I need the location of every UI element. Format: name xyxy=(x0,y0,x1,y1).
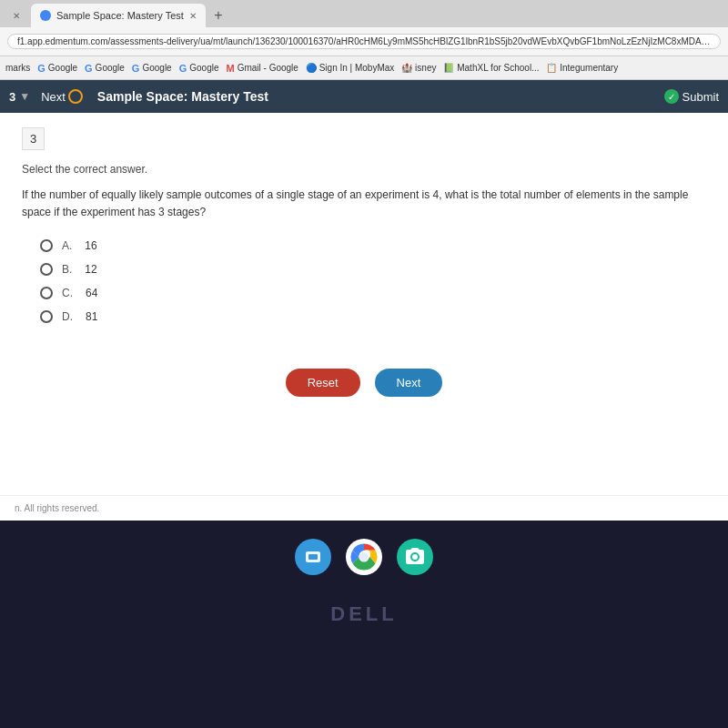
option-a-value: 16 xyxy=(85,239,96,252)
option-d[interactable]: D. 81 xyxy=(40,310,706,323)
option-d-value: 81 xyxy=(86,310,97,323)
address-bar: f1.app.edmentum.com/assessments-delivery… xyxy=(0,27,728,56)
chrome-icon[interactable] xyxy=(346,539,382,575)
button-area: Reset Next xyxy=(22,359,706,415)
tab-favicon xyxy=(40,10,51,21)
taskbar-icons xyxy=(295,539,433,575)
option-b-letter: B. xyxy=(62,263,72,276)
browser-chrome: ✕ Sample Space: Mastery Test ✕ + f1.app.… xyxy=(0,0,728,80)
reset-button[interactable]: Reset xyxy=(286,369,360,397)
bookmark-google-2[interactable]: G Google xyxy=(85,63,125,74)
dell-logo: DELL xyxy=(330,602,397,626)
bookmark-google-3[interactable]: G Google xyxy=(132,63,172,74)
tab-active[interactable]: Sample Space: Mastery Test ✕ xyxy=(31,4,206,27)
option-b-value: 12 xyxy=(85,263,96,276)
bookmark-gmail[interactable]: M Gmail - Google xyxy=(226,63,298,74)
tab-close-inactive[interactable]: ✕ xyxy=(13,11,20,21)
nav-next-label: Next xyxy=(41,90,66,104)
tab-close-active[interactable]: ✕ xyxy=(189,11,197,21)
bookmark-disney[interactable]: 🏰 isney xyxy=(401,63,436,73)
nav-number: 3 xyxy=(9,90,15,104)
answer-options: A. 16 B. 12 C. 64 D. 81 xyxy=(40,239,706,323)
bookmark-mathxl[interactable]: 📗 MathXL for School... xyxy=(443,63,539,73)
bookmark-integumentary[interactable]: 📋 Integumentary xyxy=(546,63,618,73)
submit-label: Submit xyxy=(682,90,719,104)
option-b[interactable]: B. 12 xyxy=(40,263,706,276)
svg-rect-1 xyxy=(308,554,318,560)
radio-b[interactable] xyxy=(40,263,53,276)
url-field[interactable]: f1.app.edmentum.com/assessments-delivery… xyxy=(7,34,721,49)
bookmarks-bar: marks G Google G Google G Google G Googl… xyxy=(0,56,728,80)
option-c-value: 64 xyxy=(86,287,97,299)
question-number-box: 3 xyxy=(22,127,45,150)
tab-inactive[interactable]: ✕ xyxy=(4,4,29,27)
nav-title: Sample Space: Mastery Test xyxy=(97,89,268,104)
option-c-letter: C. xyxy=(62,287,73,299)
bookmark-mobymax[interactable]: 🔵 Sign In | MobyMax xyxy=(306,63,394,73)
tab-bar: ✕ Sample Space: Mastery Test ✕ + xyxy=(0,0,728,27)
nav-status-circle xyxy=(68,89,83,104)
radio-d[interactable] xyxy=(40,310,53,323)
instruction-text: Select the correct answer. xyxy=(22,163,706,176)
radio-c[interactable] xyxy=(40,287,53,299)
bookmark-google-4[interactable]: G Google xyxy=(179,63,219,74)
taskbar-area: DELL xyxy=(0,521,728,693)
nav-next-button[interactable]: Next xyxy=(41,89,83,104)
footer: n. All rights reserved. xyxy=(0,495,728,521)
top-nav: 3 ▼ Next Sample Space: Mastery Test ✓ Su… xyxy=(0,80,728,113)
option-d-letter: D. xyxy=(62,310,73,323)
radio-a[interactable] xyxy=(40,239,53,252)
bookmark-marks[interactable]: marks xyxy=(5,63,30,73)
question-text: If the number of equally likely sample o… xyxy=(22,187,706,221)
samsung-icon[interactable] xyxy=(295,539,331,575)
option-a-letter: A. xyxy=(62,239,72,252)
submit-icon: ✓ xyxy=(664,89,679,104)
tab-label: Sample Space: Mastery Test xyxy=(56,10,184,21)
next-button[interactable]: Next xyxy=(375,369,443,397)
option-c[interactable]: C. 64 xyxy=(40,287,706,299)
question-area: 3 Select the correct answer. If the numb… xyxy=(0,113,728,495)
nav-dropdown-arrow[interactable]: ▼ xyxy=(19,90,30,103)
svg-point-5 xyxy=(412,554,418,560)
bookmark-google-1[interactable]: G Google xyxy=(37,63,77,74)
page-content: 3 ▼ Next Sample Space: Mastery Test ✓ Su… xyxy=(0,80,728,521)
camera-icon[interactable] xyxy=(397,539,433,575)
svg-point-4 xyxy=(359,552,369,561)
question-number-nav: 3 ▼ xyxy=(9,90,30,104)
new-tab-button[interactable]: + xyxy=(207,5,229,26)
submit-button[interactable]: ✓ Submit xyxy=(664,89,719,104)
option-a[interactable]: A. 16 xyxy=(40,239,706,252)
